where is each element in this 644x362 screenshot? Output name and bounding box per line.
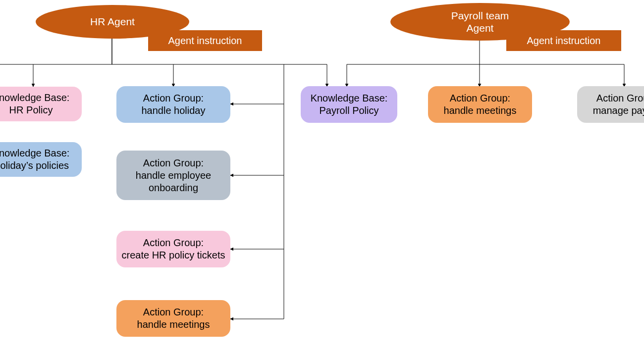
ag-handle-meetings-payroll: Action Group: handle meetings <box>428 86 532 123</box>
payroll-agent-instruction: Agent instruction <box>506 30 621 51</box>
ag-handle-onboarding-label: Action Group: handle employee onboarding <box>121 157 225 194</box>
kb-payroll-policy-label: Knowledge Base: Payroll Policy <box>306 92 392 117</box>
kb-holiday-policies: Knowledge Base: Holiday’s policies <box>0 142 82 177</box>
ag-handle-holiday: Action Group: handle holiday <box>116 86 230 123</box>
ag-manage-payroll-label: Action Group: manage payroll <box>593 92 644 117</box>
kb-holiday-policies-label: Knowledge Base: Holiday’s policies <box>0 147 77 172</box>
ag-handle-meetings-hr-label: Action Group: handle meetings <box>137 306 210 331</box>
kb-hr-policy: Knowledge Base: HR Policy <box>0 87 82 121</box>
ag-handle-holiday-label: Action Group: handle holiday <box>142 92 206 117</box>
payroll-agent-instruction-label: Agent instruction <box>527 35 601 47</box>
ag-hr-policy-tickets: Action Group: create HR policy tickets <box>116 231 230 267</box>
ag-hr-policy-tickets-label: Action Group: create HR policy tickets <box>122 237 225 261</box>
hr-agent-instruction: Agent instruction <box>148 30 262 51</box>
hr-agent-label: HR Agent <box>90 15 135 28</box>
kb-payroll-policy: Knowledge Base: Payroll Policy <box>301 86 397 123</box>
diagram-connectors <box>0 0 644 362</box>
ag-handle-meetings-payroll-label: Action Group: handle meetings <box>444 92 517 117</box>
ag-manage-payroll: Action Group: manage payroll <box>577 86 644 123</box>
payroll-agent-label: Payroll team Agent <box>451 9 509 34</box>
ag-handle-onboarding: Action Group: handle employee onboarding <box>116 151 230 200</box>
ag-handle-meetings-hr: Action Group: handle meetings <box>116 300 230 337</box>
hr-agent-instruction-label: Agent instruction <box>168 35 242 47</box>
kb-hr-policy-label: Knowledge Base: HR Policy <box>0 92 77 116</box>
